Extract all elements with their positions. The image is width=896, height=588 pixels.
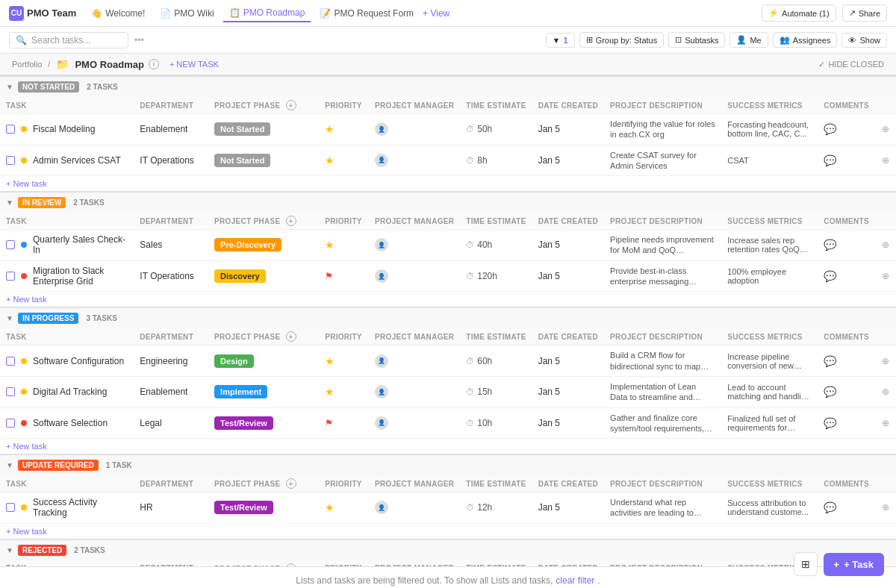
comment-icon[interactable]: 💬 (824, 270, 836, 282)
row-action-icon[interactable]: ⊕ (882, 124, 889, 134)
task-metrics: CSAT (727, 156, 812, 165)
add-phase-icon[interactable]: + (286, 216, 296, 226)
task-project-manager: 👤 (369, 345, 460, 377)
new-task-button[interactable]: + NEW TASK (165, 58, 223, 70)
add-task-link[interactable]: + New task (6, 295, 47, 304)
share-button[interactable]: ↗ Share (842, 4, 887, 22)
group-chevron-not-started[interactable]: ▼ (6, 83, 13, 91)
comment-icon[interactable]: 💬 (824, 239, 836, 251)
group-chevron-in-review[interactable]: ▼ (6, 198, 13, 207)
add-task-link[interactable]: + New task (6, 442, 47, 451)
task-phase[interactable]: Design (214, 354, 254, 368)
task-checkbox[interactable] (6, 357, 15, 366)
me-chip[interactable]: 👤 Me (729, 32, 768, 48)
search-box[interactable]: 🔍 Search tasks... (9, 32, 128, 49)
task-phase[interactable]: Pre-Discovery (214, 238, 281, 251)
info-icon[interactable]: i (149, 59, 159, 69)
row-action-icon[interactable]: ⊕ (882, 155, 889, 166)
comment-icon[interactable]: 💬 (824, 355, 836, 367)
add-task-row[interactable]: + New task (0, 176, 896, 193)
comment-icon[interactable]: 💬 (824, 154, 836, 166)
col-header-date_created: DATE CREATED (532, 475, 604, 492)
task-phase[interactable]: Test/Review (214, 416, 273, 430)
clock-icon: ⏱ (466, 357, 474, 366)
task-checkbox[interactable] (6, 387, 15, 396)
tab-welcome[interactable]: 👋 Welcome! (85, 5, 151, 22)
assignees-chip[interactable]: 👥 Assignees (773, 32, 838, 48)
add-view-button[interactable]: + View (423, 8, 449, 19)
task-phase[interactable]: Implement (214, 385, 267, 398)
task-checkbox[interactable] (6, 240, 15, 249)
task-name[interactable]: Admin Services CSAT (33, 155, 121, 166)
add-phase-icon[interactable]: + (286, 478, 296, 489)
task-phase[interactable]: Discovery (214, 269, 266, 283)
tab-pmo-roadmap[interactable]: 📋 PMO Roadmap (223, 4, 311, 22)
add-task-row[interactable]: + New task (0, 439, 896, 455)
row-action-icon[interactable]: ⊕ (882, 418, 889, 428)
task-phase[interactable]: Test/Review (214, 501, 273, 514)
automate-button[interactable]: ⚡ Automate (1) (762, 4, 836, 22)
group-by-chip[interactable]: ⊞ Group by: Status (579, 32, 665, 48)
grid-view-button[interactable]: ⊞ (794, 552, 818, 576)
row-action-icon[interactable]: ⊕ (882, 502, 889, 513)
pm-avatar: 👤 (375, 354, 388, 368)
task-color-dot (21, 358, 27, 364)
add-task-fab[interactable]: + + Task (824, 553, 884, 576)
add-task-row[interactable]: + New task (0, 292, 896, 308)
automate-label: Automate (1) (782, 9, 830, 18)
col-phase-label: PROJECT PHASE (214, 564, 280, 566)
task-name[interactable]: Migration to Slack Enterprise Grid (33, 266, 128, 287)
subtasks-chip[interactable]: ⊡ Subtasks (668, 32, 725, 48)
task-date: Jan 5 (532, 145, 604, 176)
more-options-icon[interactable]: ••• (134, 35, 144, 46)
add-task-row[interactable]: + New task (0, 523, 896, 539)
add-task-link[interactable]: + New task (6, 179, 47, 188)
col-header-success_metrics: SUCCESS METRICS (721, 328, 818, 345)
tab-pmo-wiki[interactable]: 📄 PMO Wiki (154, 5, 220, 22)
task-date: Jan 5 (532, 345, 604, 377)
task-phase[interactable]: Not Started (214, 122, 270, 136)
tab-pmo-request[interactable]: 📝 PMO Request Form (314, 5, 420, 22)
task-checkbox[interactable] (6, 272, 15, 281)
add-phase-icon[interactable]: + (286, 100, 296, 110)
comment-icon[interactable]: 💬 (824, 123, 836, 135)
group-chevron-in-progress[interactable]: ▼ (6, 314, 13, 322)
comment-icon[interactable]: 💬 (824, 501, 836, 513)
clock-icon: ⏱ (466, 156, 474, 165)
task-name[interactable]: Fiscal Modeling (33, 124, 95, 134)
row-action-icon[interactable]: ⊕ (882, 240, 889, 250)
search-placeholder: Search tasks... (31, 35, 90, 46)
comment-icon[interactable]: 💬 (824, 417, 836, 429)
fab-area: ⊞ + + Task (794, 552, 884, 576)
group-chevron-rejected[interactable]: ▼ (6, 546, 13, 554)
task-checkbox[interactable] (6, 503, 15, 512)
comment-icon[interactable]: 💬 (824, 386, 836, 398)
clear-filter-link[interactable]: clear filter (556, 575, 594, 586)
topbar: CU PMO Team 👋 Welcome! 📄 PMO Wiki 📋 PMO … (0, 0, 896, 27)
filter-chip[interactable]: ▼ 1 (546, 33, 575, 48)
add-phase-icon[interactable]: + (286, 563, 296, 566)
show-label: Show (859, 36, 880, 45)
row-action-icon[interactable]: ⊕ (882, 387, 889, 397)
task-name[interactable]: Software Selection (33, 418, 108, 428)
add-phase-icon[interactable]: + (286, 331, 296, 342)
group-chevron-update-required[interactable]: ▼ (6, 461, 13, 469)
task-checkbox[interactable] (6, 125, 15, 134)
show-chip[interactable]: 👁 Show (841, 33, 887, 48)
task-color-dot (21, 420, 27, 426)
add-task-link[interactable]: + New task (6, 527, 47, 536)
row-action-icon[interactable]: ⊕ (882, 271, 889, 281)
hide-closed-button[interactable]: ✓ HIDE CLOSED (818, 60, 884, 69)
task-name[interactable]: Success Activity Tracking (33, 497, 128, 518)
row-action-icon[interactable]: ⊕ (882, 356, 889, 366)
col-header-time_estimate: TIME ESTIMATE (460, 213, 532, 230)
task-checkbox[interactable] (6, 156, 15, 165)
col-header-project_description: PROJECT DESCRIPTION (604, 475, 721, 492)
task-name[interactable]: Quarterly Sales Check-In (33, 234, 128, 255)
task-phase[interactable]: Not Started (214, 154, 270, 167)
task-time: 60h (477, 356, 492, 366)
task-checkbox[interactable] (6, 419, 15, 428)
pm-avatar: 👤 (375, 269, 388, 283)
task-name[interactable]: Digital Ad Tracking (33, 387, 107, 397)
task-name[interactable]: Software Configuration (33, 356, 124, 366)
